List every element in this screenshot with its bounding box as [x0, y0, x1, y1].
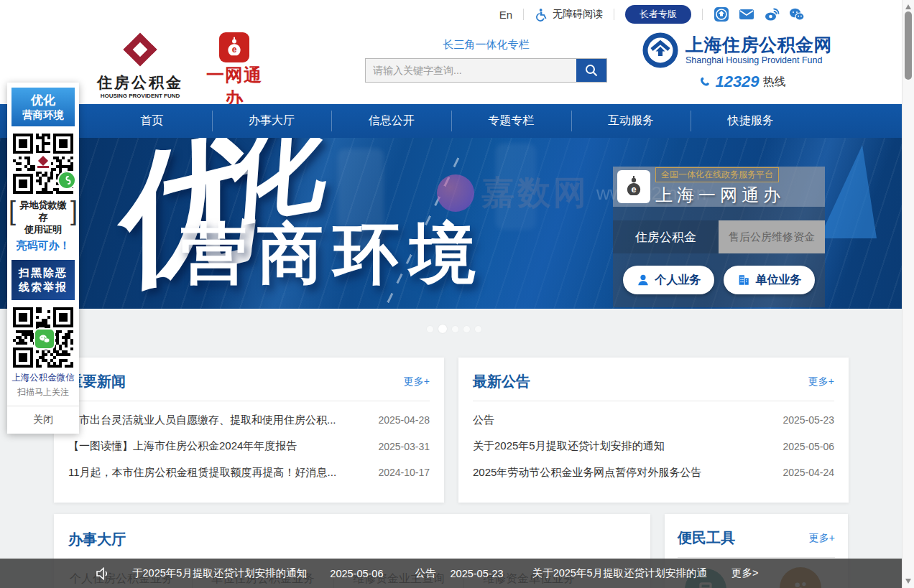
notices-card: 最新公告 更多+ 公告 2025-05-23 关于2025年5月提取还贷计划安排… [458, 358, 849, 503]
accessibility-label: 无障碍阅读 [553, 8, 603, 21]
ywtb-white-logo-icon: e [617, 170, 650, 203]
news-item[interactable]: 11月起，本市住房公积金租赁提取额度再提高！好消息... 2024-10-17 [68, 459, 430, 486]
company-business-label: 单位业务 [756, 273, 802, 288]
floating-sidebar: 优化 营商环境 异地贷款缴存 使用证明 亮码可办！ 扫黑除恶 线索举报 [7, 83, 79, 434]
panel-buttons: 个人业务 单位业务 [613, 266, 825, 294]
nav-item-info-disclosure[interactable]: 信息公开 [331, 104, 451, 138]
wechat-qr-code [13, 307, 73, 368]
housing-fund-logo[interactable]: 住房公积金 HOUSING PROVIDENT FUND [92, 30, 188, 99]
gjj-badge-icon[interactable] [714, 6, 729, 22]
ticker-item[interactable]: 公告 [415, 566, 436, 580]
nav-item-interactive[interactable]: 互动服务 [571, 104, 691, 138]
magnifier-icon [584, 63, 599, 78]
elder-version-button[interactable]: 长者专版 [625, 5, 691, 24]
hotline-label: 热线 [763, 75, 786, 90]
sidebar-close-button[interactable]: 关闭 [7, 406, 79, 432]
header: 住房公积金 HOUSING PROVIDENT FUND e 一网通办 GOVE… [0, 29, 902, 104]
housing-fund-diamond-icon [121, 30, 160, 69]
banner-triangle [819, 145, 877, 238]
nav-item-special-columns[interactable]: 专题专栏 [451, 104, 571, 138]
carousel-dot-5[interactable] [475, 326, 481, 332]
news-item[interactable]: 【一图读懂】上海市住房公积金2024年年度报告 2025-03-31 [68, 434, 430, 460]
watermark-text: 嘉数网 [481, 171, 589, 215]
svg-text:e: e [232, 45, 237, 55]
carousel-dot-2-active[interactable] [438, 325, 447, 333]
notice-item[interactable]: 2025年劳动节公积金业务网点暂停对外服务公告 2025-04-24 [473, 459, 834, 486]
carousel-dot-1[interactable] [427, 326, 433, 332]
mail-icon[interactable] [739, 6, 754, 22]
personal-business-button[interactable]: 个人业务 [623, 266, 714, 294]
divider [523, 9, 524, 20]
main-nav: 首页 办事大厅 信息公开 专题专栏 互动服务 快捷服务 [0, 104, 902, 138]
wheelchair-icon [535, 8, 548, 22]
nav-item-service-hall[interactable]: 办事大厅 [212, 104, 332, 138]
search-box [365, 58, 607, 83]
carousel-dot-3[interactable] [452, 326, 458, 332]
sidebar-promo-banner[interactable]: 优化 营商环境 [11, 88, 75, 126]
search-input[interactable] [366, 59, 576, 82]
qr-center-logo [35, 153, 51, 172]
phone-icon [698, 75, 711, 88]
divider [678, 557, 835, 558]
platform-label: 全国一体化在线政务服务平台 [655, 167, 779, 182]
search-button[interactable] [576, 59, 606, 82]
ticker-item[interactable]: 关于2025年5月提取还贷计划安排的通 [532, 566, 707, 580]
sidebar-cert-highlight: 亮码可办！ [7, 239, 79, 253]
weibo-icon[interactable] [764, 6, 780, 22]
divider [473, 401, 834, 401]
language-toggle[interactable]: En [499, 9, 512, 21]
sidebar-cert-label: 异地贷款缴存 使用证明 [16, 200, 70, 236]
tools-more-link[interactable]: 更多+ [809, 532, 835, 545]
notices-more-link[interactable]: 更多+ [808, 375, 834, 388]
news-card: 重要新闻 更多+ 本市出台灵活就业人员自愿缴存、提取和使用住房公积... 202… [54, 358, 444, 503]
housing-fund-logo-title: 住房公积金 [92, 73, 188, 93]
scrollbar-up-arrow-icon[interactable] [905, 4, 911, 9]
building-icon [737, 274, 750, 286]
notice-item[interactable]: 公告 2025-05-23 [473, 407, 834, 434]
ticker-date: 2025-05-06 [330, 568, 383, 579]
scrollbar-thumb[interactable] [905, 11, 912, 80]
tools-title: 便民工具 [678, 528, 735, 548]
notice-item[interactable]: 关于2025年5月提取还贷计划安排的通知 2025-05-06 [473, 434, 834, 460]
person-icon [637, 274, 650, 286]
watermark-logo [437, 174, 474, 212]
wechat-bubble-icon [34, 328, 55, 350]
search-area: 长三角一体化专栏 [365, 38, 607, 83]
ticker-date: 2025-05-23 [451, 568, 504, 579]
speaker-icon [95, 566, 111, 582]
platform-title: 上海一网通办 [655, 184, 785, 207]
loan-cert-qr-code [13, 134, 73, 194]
notices-title: 最新公告 [473, 372, 530, 391]
delta-integration-link[interactable]: 长三角一体化专栏 [365, 38, 607, 52]
carousel-dot-4[interactable] [463, 326, 470, 332]
sidebar-report-banner[interactable]: 扫黑除恶 线索举报 [11, 260, 75, 301]
news-more-link[interactable]: 更多+ [404, 375, 430, 388]
site-title: 上海住房公积金网 [686, 35, 832, 54]
divider [702, 9, 703, 20]
tab-housing-fund[interactable]: 住房公积金 [613, 220, 719, 253]
news-item[interactable]: 本市出台灵活就业人员自愿缴存、提取和使用住房公积... 2025-04-28 [68, 407, 430, 434]
wechat-icon[interactable] [789, 6, 805, 22]
site-logo[interactable]: 上海住房公积金网 Shanghai Housing Provident Fund… [642, 32, 843, 91]
accessibility-link[interactable]: 无障碍阅读 [535, 8, 603, 22]
hotline: 12329 热线 [642, 73, 843, 91]
hotline-number: 12329 [715, 73, 759, 91]
scrollbar-down-arrow-icon[interactable] [905, 579, 911, 584]
page-scrollbar[interactable] [902, 0, 914, 588]
personal-business-label: 个人业务 [655, 273, 701, 288]
nav-item-home[interactable]: 首页 [92, 104, 212, 138]
housing-fund-logo-subtitle: HOUSING PROVIDENT FUND [92, 93, 188, 99]
tab-repair-fund[interactable]: 售后公房维修资金 [719, 220, 825, 253]
site-subtitle: Shanghai Housing Provident Fund [686, 55, 832, 65]
ywtb-logo-icon: e [219, 32, 249, 62]
nav-item-quick-services[interactable]: 快捷服务 [691, 104, 811, 138]
ticker-more-link[interactable]: 更多> [731, 566, 758, 580]
site-logo-circle-icon [642, 32, 679, 69]
company-business-button[interactable]: 单位业务 [724, 266, 815, 294]
sidebar-wechat-title: 上海公积金微信 [7, 372, 79, 384]
banner-slogan-main: 营商环境 [181, 210, 486, 299]
mini-program-icon [57, 171, 76, 190]
hero-banner: 优 化 营商环境 嘉数网 www.22mi.cn e 全国一体化在线政务服务平台 [0, 138, 902, 309]
ticker-item[interactable]: 于2025年5月提取还贷计划安排的通知 [132, 566, 307, 580]
announcement-ticker: 于2025年5月提取还贷计划安排的通知 2025-05-06 公告 2025-0… [0, 559, 902, 588]
